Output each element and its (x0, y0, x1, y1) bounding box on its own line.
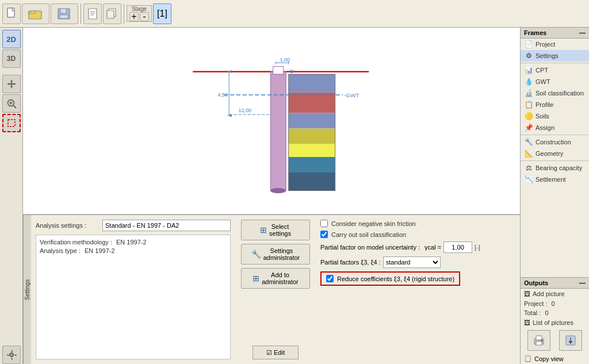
svg-point-21 (270, 188, 286, 193)
edit-label: Edit (274, 349, 285, 356)
svg-rect-28 (289, 173, 335, 191)
frame-settings[interactable]: ⚙ Settings (521, 50, 589, 62)
outputs-collapse-icon[interactable]: — (579, 279, 586, 286)
copy-view-button[interactable]: 📋 Copy view (521, 353, 589, 364)
add-picture-label: Add picture (533, 290, 565, 297)
edit-button-bottom[interactable]: ☑ Edit (253, 346, 299, 359)
consider-negative-label: Consider negative skin friction (331, 220, 416, 227)
svg-marker-42 (229, 70, 232, 73)
partial-model-label: Partial factor on model uncertainty : (320, 244, 420, 251)
frame-project[interactable]: 📄 Project (521, 39, 589, 50)
svg-rect-4 (60, 15, 68, 18)
analysis-info-box: Verification methodology : EN 1997-2 Ana… (36, 235, 231, 359)
settings-frame-icon: ⚙ (524, 52, 533, 60)
outputs-title: Outputs (524, 279, 548, 286)
assign-label: Assign (536, 124, 554, 131)
gwt-label-frame: GWT (536, 78, 550, 85)
svg-rect-23 (289, 93, 335, 113)
copy-button[interactable] (103, 3, 121, 24)
main-area: -GWT 1,00 O 4,50 12,00 Settings (23, 28, 520, 364)
stage-collapse[interactable]: - (140, 12, 149, 21)
total-count-value: 0 (545, 309, 548, 316)
settlement-icon: 📉 (524, 175, 533, 183)
print-button[interactable] (527, 330, 550, 351)
frame-assign[interactable]: 📌 Assign (521, 122, 589, 133)
frames-divider-3 (521, 160, 589, 161)
svg-rect-45 (536, 336, 542, 340)
profile-icon: 📋 (524, 101, 533, 109)
list-pictures-label: List of pictures (533, 319, 573, 326)
select-settings-button[interactable]: ⊞ Select settings (241, 220, 310, 240)
add-to-admin-button[interactable]: ⊞ Add to administrator (241, 268, 310, 289)
svg-rect-19 (270, 72, 286, 191)
settlement-label: Settlement (536, 176, 566, 183)
add-picture-button[interactable]: 🖼 Add picture (521, 289, 589, 299)
frame-cpt[interactable]: 📊 CPT (521, 64, 589, 76)
view-2d-button[interactable]: 2D (2, 30, 21, 48)
frame-soil-classification[interactable]: 🔬 Soil classification (521, 87, 589, 99)
right-sidebar: Frames — 📄 Project ⚙ Settings 📊 CPT 💧 GW… (520, 28, 589, 364)
bottom-panel: Settings Analysis settings : Verificatio… (23, 214, 520, 364)
reduce-coefficients-box: Reduce coefficients ξ3, ξ4 (rigid struct… (320, 271, 460, 286)
region-tool-button[interactable] (2, 114, 21, 132)
frame-soils[interactable]: 🟡 Soils (521, 110, 589, 122)
settings-vertical-label: Settings (23, 215, 31, 364)
zoom-tool-button[interactable] (2, 94, 21, 113)
copy-view-icon: 📋 (524, 355, 532, 362)
settings-tool-button[interactable] (2, 346, 21, 364)
new-button[interactable] (2, 3, 21, 24)
carry-out-row: Carry out soil classification (320, 231, 515, 238)
total-count-row: Total : 0 (521, 308, 589, 317)
frames-collapse-icon[interactable]: — (579, 29, 586, 36)
copy-buttons-row (521, 328, 589, 353)
settings-admin-button[interactable]: 🔧 Settings administrator (241, 244, 310, 265)
frame-bearing-capacity[interactable]: ⚖ Bearing capacity (521, 162, 589, 174)
svg-point-47 (541, 340, 542, 342)
frame-settlement[interactable]: 📉 Settlement (521, 174, 589, 185)
bottom-left-panel: Analysis settings : Verification methodo… (31, 215, 235, 364)
geometry-icon: 📐 (524, 150, 533, 158)
soils-icon: 🟡 (524, 112, 533, 120)
consider-negative-row: Consider negative skin friction (320, 220, 515, 227)
save-button[interactable] (51, 3, 78, 24)
consider-negative-checkbox[interactable] (320, 220, 328, 227)
stage-1-button[interactable]: [1] (153, 3, 171, 24)
open-button[interactable] (22, 3, 49, 24)
analysis-input[interactable] (102, 220, 231, 231)
list-pictures-button[interactable]: 🖼 List of pictures (521, 317, 589, 328)
frame-construction[interactable]: 🔧 Construction (521, 136, 589, 148)
frames-header: Frames — (521, 28, 589, 39)
frame-gwt[interactable]: 💧 GWT (521, 76, 589, 87)
frame-geometry[interactable]: 📐 Geometry (521, 148, 589, 159)
3d-label: 3D (7, 55, 16, 63)
move-tool-button[interactable] (2, 75, 21, 93)
partial-factors-row: Partial factors ξ3, ξ4 : standard (320, 256, 515, 268)
svg-point-17 (10, 354, 13, 356)
analysis-type-value: EN 1997-2 (85, 247, 115, 254)
gwt-label: -GWT (344, 92, 359, 98)
svg-rect-24 (289, 113, 335, 129)
gamma-cal-unit: [-] (475, 244, 480, 251)
view-3d-button[interactable]: 3D (2, 49, 21, 68)
add-to-admin-label: Add to administrator (262, 271, 299, 285)
carry-out-checkbox[interactable] (320, 231, 328, 238)
stage-expand[interactable]: + (129, 12, 139, 21)
drawing-canvas: -GWT 1,00 O 4,50 12,00 (23, 28, 520, 214)
add-picture-icon: 🖼 (524, 290, 530, 297)
gamma-cal-input[interactable] (443, 242, 472, 253)
construction-icon: 🔧 (524, 138, 533, 146)
bottom-center-panel: ⊞ Select settings 🔧 Settings administrat… (235, 215, 316, 364)
partial-factors-select[interactable]: standard (383, 256, 441, 268)
frame-profile[interactable]: 📋 Profile (521, 99, 589, 110)
verification-label: Verification methodology : (40, 239, 112, 246)
edit-button[interactable] (83, 3, 102, 24)
select-settings-icon: ⊞ (260, 225, 267, 235)
settings-admin-icon: 🔧 (251, 250, 261, 259)
outputs-header: Outputs — (521, 277, 589, 289)
canvas-area[interactable]: -GWT 1,00 O 4,50 12,00 (23, 28, 520, 214)
export-button[interactable] (559, 330, 582, 351)
reduce-checkbox[interactable] (326, 275, 334, 282)
svg-rect-5 (89, 9, 97, 19)
analysis-type-label: Analysis type : (40, 247, 81, 254)
analysis-label: Analysis settings : (36, 222, 99, 229)
